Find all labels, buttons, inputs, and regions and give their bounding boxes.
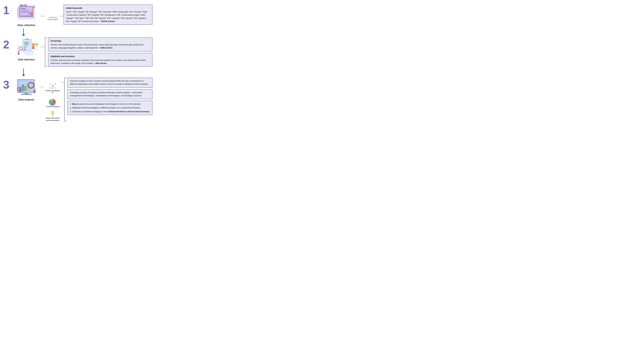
- svg-rect-56: [21, 94, 32, 95]
- svg-rect-36: [37, 44, 38, 45]
- svg-rect-27: [24, 43, 29, 44]
- content-analysis-item: Content analysis: [43, 93, 62, 108]
- step-2-number: 2: [3, 39, 12, 50]
- svg-rect-19: [24, 4, 25, 6]
- svg-point-21: [33, 5, 35, 7]
- scopus-logo: Scopus: [50, 16, 57, 18]
- svg-point-48: [30, 84, 32, 87]
- svg-point-33: [32, 43, 35, 46]
- keyword-analysis-box: Keyword analysis to from clusters and de…: [67, 78, 153, 88]
- science-mapping-icon: [49, 83, 57, 90]
- future-directions-box: 1. Big 11 autonomous and integrated tech…: [67, 101, 153, 115]
- thematic-analysis-text: Extending scrutiny of cluster to perform…: [70, 91, 150, 97]
- step-2-label: Data selection: [18, 58, 35, 61]
- screening-text: Articles were limited based on year (201…: [51, 43, 150, 50]
- svg-rect-28: [24, 44, 29, 45]
- svg-rect-39: [18, 53, 19, 55]
- svg-rect-34: [32, 46, 34, 49]
- data-selection-icon: [15, 37, 38, 58]
- svg-point-38: [17, 50, 20, 53]
- future-directions-icon: [49, 110, 56, 117]
- step-2-row: 2: [3, 37, 153, 67]
- svg-point-31: [19, 46, 22, 50]
- svg-rect-25: [25, 38, 29, 40]
- svg-rect-5: [21, 11, 28, 11]
- elsevier-icon: ≋: [48, 17, 50, 18]
- svg-point-7: [31, 10, 33, 13]
- svg-rect-6: [21, 12, 29, 13]
- main-container: 1: [3, 3, 153, 123]
- screening-box: Screening Articles were limited based on…: [48, 37, 153, 51]
- svg-line-63: [50, 84, 53, 86]
- svg-point-37: [23, 50, 34, 56]
- future-directions-label: Future directionsand conclusions: [46, 117, 60, 121]
- thematic-analysis-box: Extending scrutiny of cluster to perform…: [67, 89, 153, 99]
- svg-rect-18: [23, 4, 24, 6]
- step-3-boxes: Keyword analysis to from clusters and de…: [66, 78, 153, 121]
- svg-line-75: [55, 111, 55, 111]
- step-1-boxes: Initial keywords "futur*" OR "emerg*" OR…: [63, 3, 153, 25]
- svg-line-68: [50, 84, 56, 84]
- svg-rect-20: [25, 4, 27, 6]
- step-3-icon-area: Data analysis: [12, 78, 40, 101]
- svg-rect-26: [24, 42, 29, 42]
- svg-rect-72: [52, 114, 54, 115]
- svg-rect-4: [21, 10, 29, 10]
- content-analysis-label: Content analysis: [46, 106, 59, 108]
- step-1-icon-area: Data collection: [12, 3, 40, 27]
- svg-rect-22: [34, 7, 35, 8]
- step-3-row: 3: [3, 78, 153, 121]
- svg-rect-12: [19, 8, 19, 17]
- svg-point-71: [51, 111, 54, 115]
- svg-rect-3: [21, 8, 26, 9]
- svg-line-66: [53, 86, 56, 88]
- eligibility-title: Eligibility and Inclusion: [51, 55, 150, 58]
- future-directions-list: 1. Big 11 autonomous and integrated tech…: [70, 103, 150, 113]
- svg-marker-35: [35, 43, 37, 46]
- step-1-label: Data collection: [18, 24, 35, 27]
- content-analysis-icon: [49, 99, 57, 106]
- svg-point-51: [33, 88, 36, 91]
- step-3-number: 3: [3, 79, 12, 90]
- svg-rect-17: [21, 5, 23, 6]
- search-engine-area: ≋ Scopus Search engine: [45, 16, 60, 20]
- step-1-number: 1: [3, 5, 12, 16]
- initial-keywords-title: Initial keywords: [66, 6, 150, 10]
- screening-title: Screening: [51, 39, 150, 43]
- future-directions-item: Future directionsand conclusions: [43, 108, 62, 121]
- eligibility-text: Full title, abstract and conclusion read…: [51, 59, 150, 65]
- step-2-icon-area: Data selection: [12, 37, 40, 61]
- svg-rect-16: [20, 4, 21, 6]
- data-analysis-icon: [15, 78, 38, 98]
- initial-keywords-text: "futur*" OR "emerg*" OR "disrupt*" OR "c…: [66, 10, 150, 23]
- data-collection-icon: [15, 3, 38, 23]
- svg-point-53: [17, 88, 20, 91]
- initial-keywords-box: Initial keywords "futur*" OR "emerg*" OR…: [63, 5, 153, 25]
- svg-line-64: [53, 84, 56, 86]
- svg-line-65: [50, 86, 53, 88]
- step-3-label: Data analysis: [19, 98, 34, 101]
- step-3-content: Science mapping + Content analy: [43, 78, 153, 121]
- svg-rect-11: [18, 8, 18, 17]
- search-engine-label: Search engine: [47, 18, 58, 20]
- svg-rect-55: [25, 93, 28, 94]
- eligibility-box: Eligibility and Inclusion Full title, ab…: [48, 53, 153, 67]
- svg-line-76: [51, 111, 51, 111]
- svg-rect-73: [52, 115, 53, 115]
- step-1-row: 1: [3, 3, 153, 27]
- keyword-analysis-text: Keyword analysis to from clusters and de…: [70, 79, 150, 86]
- svg-rect-52: [34, 91, 36, 93]
- svg-rect-14: [18, 11, 19, 11]
- step-2-boxes: Screening Articles were limited based on…: [47, 37, 153, 67]
- svg-rect-15: [18, 13, 19, 13]
- arrow-2-3: [12, 68, 153, 75]
- step-2-content: Screening Articles were limited based on…: [45, 37, 153, 67]
- svg-rect-44: [24, 86, 26, 91]
- svg-rect-13: [18, 9, 19, 10]
- step-3-middle-icons: Science mapping + Content analy: [43, 78, 62, 121]
- arrow-1-2: [12, 28, 153, 35]
- science-mapping-item: Science mapping: [43, 78, 62, 91]
